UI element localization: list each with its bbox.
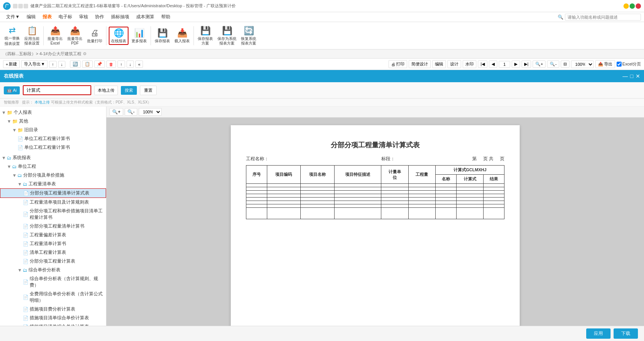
- fit-width-btn[interactable]: ⊟: [561, 61, 569, 68]
- zoom-plus-btn[interactable]: 🔍+: [109, 108, 123, 116]
- search-area: 🤖 Ai 本地上传 搜索 重置: [0, 82, 644, 99]
- page-first-btn[interactable]: |◀: [478, 61, 487, 68]
- tree-sub-items[interactable]: ▼ 🗂 分部分项及单价措施: [0, 171, 106, 180]
- top-search-input[interactable]: [565, 14, 641, 21]
- design-btn[interactable]: 设计: [447, 60, 461, 68]
- tree-comprehensive-price[interactable]: ▼ 🗂 综合单价分析表: [0, 266, 106, 274]
- toolbar-more-report[interactable]: 📊 更多报表: [130, 27, 148, 44]
- tree-qty-calc-book[interactable]: 📄 工程量清单计算书: [0, 239, 106, 248]
- page-input[interactable]: [499, 61, 510, 68]
- toolbar-save-report[interactable]: 💾 保存报表: [153, 27, 171, 44]
- minimize-btn[interactable]: [623, 3, 629, 9]
- menu-etender[interactable]: 电子标: [56, 13, 75, 21]
- col-calc-name-header: 名称: [436, 175, 457, 184]
- doc-table-body: [246, 184, 504, 219]
- tree-sub-price-calc[interactable]: 📄 分部分项工程和单价措施项目清单工程量计算书: [0, 207, 106, 222]
- full-comp-icon: 📄: [23, 295, 29, 300]
- tree-system-reports[interactable]: ▼ 🗂 系统报表: [0, 153, 106, 162]
- maximize-btn[interactable]: [630, 3, 635, 9]
- tree-other[interactable]: ▼ 📁 其他: [0, 117, 106, 126]
- modal-controls[interactable]: — □ ✕: [623, 73, 640, 79]
- tree-quantity-list-folder[interactable]: ▼ 🗂 工程量清单表: [0, 180, 106, 188]
- menu-edit[interactable]: 编辑: [24, 13, 39, 21]
- arrow-down-btn[interactable]: ↓: [58, 61, 66, 68]
- toolbar-batch-print[interactable]: 🖨 批量打印: [86, 27, 104, 44]
- top-search-bar[interactable]: 🔍: [558, 14, 641, 21]
- download-btn[interactable]: 下载: [614, 328, 638, 339]
- new-btn[interactable]: + 新建: [3, 60, 20, 68]
- title-bar-controls[interactable]: [623, 3, 641, 9]
- search-main-input[interactable]: [23, 85, 91, 95]
- toolbar-apply-current[interactable]: 📋 应用当前报表设置: [23, 25, 41, 46]
- page-prev-btn[interactable]: ◀: [489, 61, 497, 68]
- online-report-label: 在线报表: [111, 39, 126, 43]
- upload-btn[interactable]: 本地上传: [94, 86, 118, 95]
- hint-link[interactable]: 本地上传: [35, 100, 50, 104]
- apply-btn[interactable]: 应用: [586, 328, 611, 339]
- zoom-in-btn[interactable]: 🔍+: [533, 61, 546, 68]
- ai-btn[interactable]: 🤖 Ai: [4, 86, 20, 94]
- toolbar-save-scheme[interactable]: 💾 保存报表方案: [196, 25, 214, 46]
- print-btn[interactable]: 🖨 打印: [389, 60, 407, 68]
- tree-item-calc-rules[interactable]: 📄 工程量清单项目及计算规则表: [0, 198, 106, 207]
- export-btn[interactable]: 📤 导出: [595, 60, 615, 68]
- import-export-btn[interactable]: 导入导出▼: [21, 60, 48, 68]
- zoom-out-btn[interactable]: 🔍-: [547, 61, 559, 68]
- menu-cost[interactable]: 成本测算: [133, 13, 157, 21]
- menu-help[interactable]: 帮助: [158, 13, 173, 21]
- menu-coop[interactable]: 协作: [92, 13, 107, 21]
- zoom-select[interactable]: 100% 75% 125% 150%: [571, 61, 594, 68]
- modal-close-btn[interactable]: ✕: [636, 73, 640, 79]
- close-btn[interactable]: [636, 3, 641, 9]
- reset-btn[interactable]: 重置: [140, 86, 157, 95]
- refresh-btn[interactable]: 🔄: [70, 61, 81, 68]
- move-up-btn[interactable]: ↑: [117, 61, 125, 68]
- tree-unit-qty1[interactable]: 📄 单位工程工程量计算书: [0, 134, 106, 143]
- tree-measure-analysis[interactable]: 📄 措施项目费分析计算表: [0, 305, 106, 314]
- tree-sub-eng-calc[interactable]: 📄 分部分项工程量计算表: [0, 257, 106, 266]
- edit-btn[interactable]: 编辑: [432, 60, 446, 68]
- table-row: [246, 198, 504, 201]
- modal-min-btn[interactable]: —: [623, 73, 628, 79]
- menu-audit[interactable]: 审核: [76, 13, 91, 21]
- move-down-btn[interactable]: ↓: [127, 61, 134, 68]
- watermark-btn[interactable]: 水印: [463, 60, 476, 68]
- restore-system-icon: 🔄: [244, 26, 254, 36]
- tree-sub-calc-table[interactable]: 📄 分部分项工程量清单计算式表: [0, 188, 106, 198]
- toolbar-restore-system[interactable]: 🔄 恢复系统报表方案: [240, 25, 258, 46]
- copy-btn[interactable]: 📋: [82, 61, 93, 68]
- tree-unit-qty2[interactable]: 📄 单位工程工程量计算书: [0, 143, 106, 152]
- delete-btn[interactable]: 🗑: [106, 61, 116, 68]
- collapse-btn[interactable]: «: [135, 61, 143, 68]
- menu-report[interactable]: 报表: [40, 13, 55, 21]
- page-last-btn[interactable]: ▶|: [522, 61, 531, 68]
- more-report-icon: 📊: [134, 28, 144, 38]
- tree-unit-eng[interactable]: ▼ 🗂 单位工程: [0, 162, 106, 171]
- tree-measure-comp-calc[interactable]: 📄 措施项目清单综合单价计算表: [0, 314, 106, 322]
- toolbar-unify-replace[interactable]: ⇄ 统一替换 报表设置: [3, 25, 21, 47]
- zoom-minus-btn[interactable]: 🔍-: [125, 108, 137, 116]
- toolbar-online-report[interactable]: 🌐 在线报表: [109, 27, 128, 45]
- menu-insert[interactable]: 插标抽项: [108, 13, 132, 21]
- toolbar-batch-export-pdf[interactable]: 📤 批量导出PDF: [66, 25, 84, 46]
- tree-full-comp-analysis[interactable]: 📄 全费用综合单价分析表（含计算公式明细）: [0, 290, 106, 305]
- page-next-btn[interactable]: ▶: [512, 61, 520, 68]
- paste-btn[interactable]: 📌: [94, 61, 105, 68]
- toolbar-load-report[interactable]: 📥 载入报表: [173, 27, 191, 44]
- simple-design-btn[interactable]: 简便设计: [409, 60, 431, 68]
- zoom-level-select[interactable]: 100% 75% 125%: [139, 108, 162, 116]
- tree-list-qty-calc[interactable]: 📄 清单工程量计算表: [0, 248, 106, 257]
- menu-file[interactable]: 文件▼: [3, 13, 23, 21]
- tree-quantity-diff[interactable]: 📄 工程量偏差计算表: [0, 231, 106, 239]
- tree-comp-price-analysis[interactable]: 📄 综合单价分析表（含计算规则、规费）: [0, 274, 106, 290]
- tree-old-catalog[interactable]: ▼ 📁 旧目录: [0, 126, 106, 134]
- tree-personal-reports[interactable]: ▼ 📁 个人报表: [0, 108, 106, 117]
- save-scheme-icon: 💾: [200, 26, 211, 36]
- toolbar-save-as-system[interactable]: 💾 保存为系统报表方案: [216, 25, 238, 46]
- search-execute-btn[interactable]: 搜索: [121, 86, 137, 95]
- modal-max-btn[interactable]: □: [630, 73, 633, 79]
- arrow-up-btn[interactable]: ↑: [49, 61, 57, 68]
- tree-sub-list-book[interactable]: 📄 分部分项工程量清单计算书: [0, 222, 106, 231]
- excel-paging-checkbox[interactable]: [617, 62, 622, 67]
- toolbar-batch-export-excel[interactable]: 📤 批量导出Excel: [46, 25, 64, 46]
